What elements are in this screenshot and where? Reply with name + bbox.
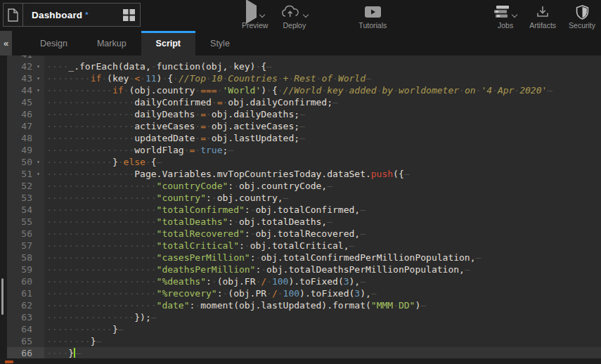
eol-marker: – [299, 109, 305, 119]
code-line-59[interactable]: ····················"deathsPerMillion":·… [44, 264, 601, 275]
fold-arrow-icon[interactable]: ▾ [32, 168, 44, 180]
gutter-line-54: 54 [7, 204, 44, 216]
code-line-46[interactable]: ················dailyDeaths·=·obj.dailyD… [44, 108, 601, 120]
editor-gutter: 4142▾43▾44▾454647484950▾51▾5253545556575… [7, 56, 44, 358]
caret-down-icon[interactable] [259, 12, 264, 18]
gutter-line-48: 48 [7, 132, 44, 144]
toolbar-button-label: Deploy [283, 21, 306, 30]
code-line-66[interactable]: ····}– [44, 347, 601, 358]
line-number: 41 [21, 56, 32, 60]
toolbar-button-jobs[interactable]: Jobs [491, 2, 519, 31]
eol-marker: – [404, 169, 410, 179]
gutter-line-61: 61 [7, 287, 44, 299]
tab-script[interactable]: Script [141, 31, 195, 56]
collapse-panel-button[interactable]: « [0, 31, 12, 56]
code-line-65[interactable]: ········}– [44, 335, 601, 347]
eol-marker: – [420, 300, 426, 311]
eol-marker: – [349, 240, 355, 251]
gutter-line-60: 60 [7, 275, 44, 287]
code-line-43[interactable]: ········if·(key·<·11)·{·//Top·10·Countri… [44, 72, 601, 84]
code-line-47[interactable]: ················activeCases·=·obj.active… [44, 120, 601, 132]
line-number: 61 [21, 287, 32, 299]
widget-grid-button[interactable] [117, 4, 140, 26]
eol-marker: – [465, 264, 470, 275]
tab-style[interactable]: Style [195, 31, 245, 56]
toolbar-button-label: Preview [242, 21, 268, 30]
toolbar-button-preview[interactable]: Preview [239, 2, 271, 31]
gutter-line-66: 66 [7, 347, 44, 358]
line-number: 59 [21, 264, 32, 275]
fold-arrow-icon[interactable]: ▾ [32, 156, 44, 168]
gutter-line-58: 58 [7, 252, 44, 264]
code-line-60[interactable]: ····················"%deaths":·(obj.FR·/… [44, 275, 601, 287]
gutter-line-46: 46 [7, 108, 44, 120]
fold-arrow-icon[interactable]: ▾ [32, 84, 44, 96]
code-line-50[interactable]: ············}·else·{– [44, 156, 601, 168]
fold-arrow-icon[interactable]: ▾ [32, 60, 44, 72]
page-title: Dashboard [32, 10, 82, 20]
code-line-48[interactable]: ················updatedDate·=·obj.lastUp… [44, 132, 601, 144]
code-line-56[interactable]: ····················"totalRecovered":·ob… [44, 228, 601, 240]
code-line-49[interactable]: ················worldFlag·=·true;– [44, 144, 601, 156]
gutter-line-64: 64 [7, 323, 44, 335]
toolbar-button-tutorials[interactable]: Tutorials [356, 2, 389, 31]
line-number: 58 [21, 252, 32, 264]
gutter-line-63: 63 [7, 311, 44, 323]
gutter-line-50: 50▾ [7, 156, 44, 168]
eol-marker: – [118, 324, 124, 334]
tab-list: DesignMarkupScriptStyle [25, 31, 245, 56]
page-selector[interactable]: Dashboard * [3, 3, 141, 27]
caret-down-icon[interactable] [512, 12, 517, 18]
line-number: 53 [21, 192, 32, 204]
gutter-line-57: 57 [7, 240, 44, 252]
eol-marker: – [332, 97, 338, 108]
code-line-51[interactable]: ················Page.Variables.mvTopCoun… [44, 168, 601, 180]
download-icon [536, 6, 549, 19]
tab-markup[interactable]: Markup [82, 31, 141, 56]
code-line-64[interactable]: ············}– [44, 323, 601, 335]
cloud-upload-icon [280, 5, 300, 19]
shield-icon [576, 5, 589, 20]
line-number: 65 [21, 335, 32, 347]
line-number: 46 [21, 108, 32, 120]
toolbar-right-group: JobsArtifactsSecurity [491, 2, 598, 31]
top-bar: Dashboard * PreviewDeployTutorials JobsA… [0, 0, 601, 31]
toolbar-button-artifacts[interactable]: Artifacts [526, 2, 559, 31]
gutter-line-65: 65 [7, 335, 44, 347]
code-line-42[interactable]: ····_.forEach(data,·function(obj,·key)·{… [44, 60, 601, 72]
eol-marker: – [157, 157, 162, 167]
code-line-41[interactable]: ····– [44, 56, 601, 60]
line-number: 48 [21, 132, 32, 144]
code-line-57[interactable]: ····················"totalCritical":·obj… [44, 240, 601, 252]
left-scrollbar-thumb[interactable] [1, 278, 4, 315]
gutter-line-42: 42▾ [7, 60, 44, 72]
eol-marker: – [96, 336, 101, 346]
caret-down-icon[interactable] [303, 12, 309, 18]
code-line-62[interactable]: ····················"date":·moment(obj.l… [44, 299, 601, 311]
gutter-line-56: 56 [7, 228, 44, 240]
toolbar-button-security[interactable]: Security [566, 2, 598, 31]
eol-marker: – [476, 252, 482, 263]
gutter-line-51: 51▾ [7, 168, 44, 180]
tab-design[interactable]: Design [25, 31, 82, 56]
code-line-44[interactable]: ············if·(obj.country·===·'World')… [44, 84, 601, 96]
code-line-61[interactable]: ····················"%recovery":·(obj.PR… [44, 287, 601, 299]
code-line-58[interactable]: ····················"casesPerMillion":·o… [44, 252, 601, 264]
code-line-63[interactable]: ················});– [44, 311, 601, 323]
tab-bar: « DesignMarkupScriptStyle [0, 31, 601, 56]
line-number: 66 [21, 347, 32, 358]
code-line-45[interactable]: ················dailyConfirmed·=·obj.dai… [44, 96, 601, 108]
page-icon-button[interactable] [4, 4, 23, 26]
code-lines: ····–····_.forEach(data,·function(obj,·k… [44, 56, 601, 358]
fold-arrow-icon[interactable]: ▾ [32, 72, 44, 84]
code-line-55[interactable]: ····················"totalDeaths":·obj.t… [44, 216, 601, 228]
code-line-53[interactable]: ····················"country":·obj.count… [44, 192, 601, 204]
code-line-54[interactable]: ····················"totalConfirmed":·ob… [44, 204, 601, 216]
editor-code-pane[interactable]: ····–····_.forEach(data,·function(obj,·k… [44, 56, 601, 358]
toolbar-button-deploy[interactable]: Deploy [278, 2, 311, 31]
eol-marker: – [228, 145, 233, 155]
script-code-editor[interactable]: 4142▾43▾44▾454647484950▾51▾5253545556575… [0, 56, 601, 364]
line-number: 64 [21, 323, 32, 335]
chevron-double-left-icon: « [4, 38, 8, 48]
code-line-52[interactable]: ····················"countryCode":·obj.c… [44, 180, 601, 192]
